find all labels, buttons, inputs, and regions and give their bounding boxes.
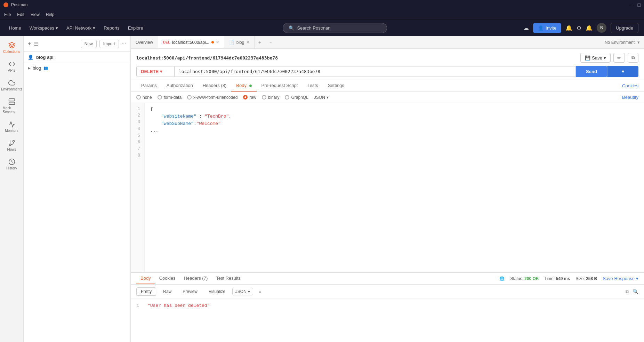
sidebar-item-flows[interactable]: Flows bbox=[1, 137, 22, 154]
time-label: Time: 549 ms bbox=[545, 276, 570, 281]
request-input-row: DELETE ▾ Send ▾ bbox=[136, 66, 638, 77]
radio-form-data-circle bbox=[158, 95, 162, 100]
sidebar-label-history: History bbox=[6, 166, 17, 170]
response-status: 🌐 Status: 200 OK Time: 549 ms Size: 258 … bbox=[499, 276, 638, 281]
url-input[interactable] bbox=[175, 66, 576, 77]
body-options: none form-data x-www-form-urlencoded raw… bbox=[131, 92, 644, 103]
more-options-icon[interactable]: ··· bbox=[122, 41, 126, 47]
format-preview-button[interactable]: Preview bbox=[178, 288, 202, 295]
tab-close-button[interactable]: ✕ bbox=[216, 40, 219, 45]
nav-explore[interactable]: Explore bbox=[124, 23, 147, 33]
json-chevron-icon: ▾ bbox=[248, 289, 250, 294]
status-label: Status: 200 OK bbox=[510, 276, 539, 281]
res-tab-cookies[interactable]: Cookies bbox=[155, 273, 180, 284]
tab-params[interactable]: Params bbox=[136, 80, 162, 92]
menu-help[interactable]: Help bbox=[46, 12, 55, 17]
tab-authorization[interactable]: Authorization bbox=[162, 80, 198, 92]
nav-api-network[interactable]: API Network ▾ bbox=[63, 23, 99, 33]
copy-button[interactable]: ⧉ bbox=[628, 53, 638, 63]
collection-item-blog[interactable]: ▶ blog 👥 bbox=[24, 63, 130, 73]
res-tab-test-results[interactable]: Test Results bbox=[212, 273, 245, 284]
radio-raw[interactable]: raw bbox=[243, 95, 256, 100]
nav-bar: Home Workspaces ▾ API Network ▾ Reports … bbox=[0, 19, 644, 36]
upgrade-button[interactable]: Upgrade bbox=[611, 23, 638, 33]
wrap-lines-icon[interactable]: ≡ bbox=[259, 289, 261, 294]
sidebar-item-monitors[interactable]: Monitors bbox=[1, 118, 22, 135]
maximize-button[interactable]: □ bbox=[638, 2, 641, 8]
radio-none[interactable]: none bbox=[136, 95, 152, 100]
nav-workspaces[interactable]: Workspaces ▾ bbox=[26, 23, 62, 33]
import-button[interactable]: Import bbox=[99, 40, 119, 48]
tab-method-label: DEL bbox=[163, 40, 170, 44]
response-format-select[interactable]: JSON ▾ bbox=[232, 288, 253, 295]
search-response-button[interactable]: 🔍 bbox=[633, 289, 638, 295]
main-content: Overview DEL localhost:5000/api... ✕ 📄 b… bbox=[131, 36, 644, 342]
sidebar-item-apis[interactable]: APIs bbox=[1, 58, 22, 75]
format-visualize-button[interactable]: Visualize bbox=[204, 288, 230, 295]
copy-response-button[interactable]: ⧉ bbox=[626, 289, 629, 295]
tab-headers[interactable]: Headers (8) bbox=[198, 80, 232, 92]
tab-body[interactable]: Body bbox=[231, 80, 256, 92]
add-collection-icon[interactable]: + bbox=[28, 41, 31, 47]
environment-chevron-icon[interactable]: ▾ bbox=[637, 40, 640, 45]
save-button[interactable]: 💾 Save ▾ bbox=[580, 53, 611, 63]
beautify-button[interactable]: Beautify bbox=[622, 95, 638, 100]
svg-marker-0 bbox=[9, 42, 15, 45]
radio-urlencoded[interactable]: x-www-form-urlencoded bbox=[187, 95, 238, 100]
new-button[interactable]: New bbox=[81, 40, 97, 48]
collection-name: blog bbox=[33, 65, 41, 71]
format-pretty-button[interactable]: Pretty bbox=[136, 287, 156, 296]
filter-icon[interactable]: ☰ bbox=[34, 41, 39, 47]
sync-icon[interactable]: ☁ bbox=[523, 25, 529, 31]
tab-settings[interactable]: Settings bbox=[323, 80, 349, 92]
menu-file[interactable]: File bbox=[4, 12, 11, 17]
nav-home[interactable]: Home bbox=[6, 23, 25, 33]
line-numbers: 1 2 3 4 5 6 7 8 bbox=[131, 103, 145, 272]
activity-icon bbox=[8, 121, 15, 128]
nav-reports[interactable]: Reports bbox=[100, 23, 123, 33]
format-raw-button[interactable]: Raw bbox=[159, 288, 176, 295]
layers-icon bbox=[8, 42, 15, 49]
notification-icon[interactable]: 🔔 bbox=[586, 25, 593, 31]
avatar[interactable]: B bbox=[597, 23, 606, 33]
code-content[interactable]: { "websiteName" : "TechBro", "webSubName… bbox=[145, 103, 644, 272]
gear-icon[interactable]: ⚙ bbox=[577, 25, 581, 31]
menu-edit[interactable]: Edit bbox=[17, 12, 24, 17]
sidebar-item-collections[interactable]: Collections bbox=[1, 39, 22, 56]
method-select[interactable]: DELETE ▾ bbox=[136, 66, 175, 77]
code-editor[interactable]: 1 2 3 4 5 6 7 8 { "websiteName" : "TechB… bbox=[131, 103, 644, 272]
request-path-row: localhost:5000/api/frontend/617944dc7e00… bbox=[136, 53, 638, 63]
tabs-more-button[interactable]: ··· bbox=[265, 40, 276, 45]
body-format-select[interactable]: JSON ▾ bbox=[314, 95, 329, 100]
search-box[interactable]: 🔍 Search Postman bbox=[283, 23, 387, 33]
radio-graphql-circle bbox=[285, 95, 289, 100]
save-response-button[interactable]: Save Response ▾ bbox=[603, 276, 638, 281]
invite-button[interactable]: 👤 Invite bbox=[533, 23, 561, 33]
radio-urlencoded-circle bbox=[187, 95, 192, 100]
bell-icon[interactable]: 🔔 bbox=[565, 25, 572, 31]
tab-blog-close[interactable]: ✕ bbox=[246, 40, 249, 45]
send-dropdown-button[interactable]: ▾ bbox=[607, 66, 638, 77]
tab-pre-request[interactable]: Pre-request Script bbox=[257, 80, 303, 92]
tab-overview[interactable]: Overview bbox=[131, 36, 158, 48]
sidebar-item-environments[interactable]: Environments bbox=[1, 77, 22, 94]
new-tab-button[interactable]: + bbox=[255, 39, 265, 46]
sidebar-item-history[interactable]: History bbox=[1, 156, 22, 173]
tab-tests[interactable]: Tests bbox=[303, 80, 323, 92]
res-tab-body[interactable]: Body bbox=[136, 273, 155, 284]
radio-binary[interactable]: binary bbox=[262, 95, 280, 100]
minimize-button[interactable]: − bbox=[630, 2, 633, 8]
radio-form-data[interactable]: form-data bbox=[158, 95, 182, 100]
sidebar-item-mock-servers[interactable]: Mock Servers bbox=[1, 95, 22, 117]
radio-graphql[interactable]: GraphQL bbox=[285, 95, 308, 100]
send-button[interactable]: Send bbox=[576, 66, 607, 77]
request-area: localhost:5000/api/frontend/617944dc7e00… bbox=[131, 49, 644, 80]
tab-blog[interactable]: 📄 blog ✕ bbox=[224, 36, 255, 48]
response-body: 1 "User has been deleted" bbox=[131, 299, 644, 312]
menu-view[interactable]: View bbox=[31, 12, 40, 17]
cookies-link[interactable]: Cookies bbox=[622, 80, 638, 91]
edit-button[interactable]: ✏ bbox=[613, 53, 625, 63]
person-icon: 👤 bbox=[538, 25, 544, 31]
tab-delete-request[interactable]: DEL localhost:5000/api... ✕ bbox=[158, 36, 224, 48]
res-tab-headers[interactable]: Headers (7) bbox=[180, 273, 212, 284]
